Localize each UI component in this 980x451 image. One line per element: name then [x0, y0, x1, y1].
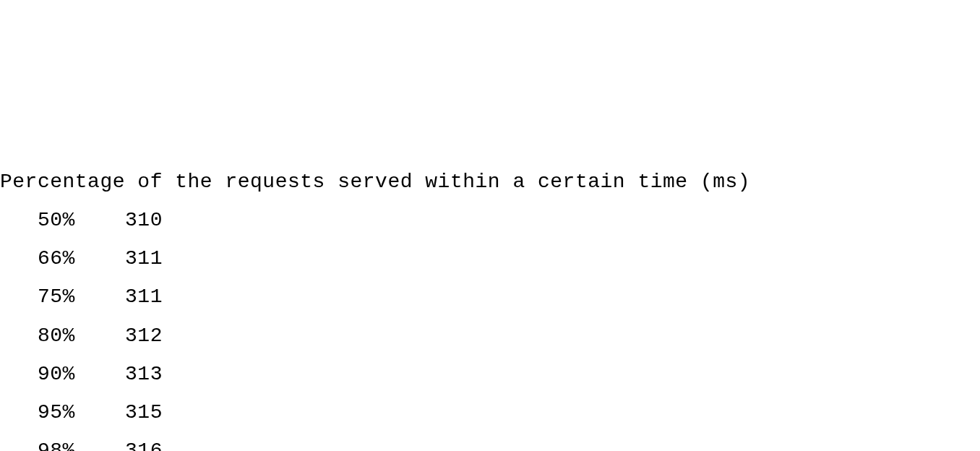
- header-line: Percentage of the requests served within…: [0, 163, 980, 201]
- terminal-output: Percentage of the requests served within…: [0, 163, 980, 451]
- percentile-row: 98% 316: [0, 431, 980, 451]
- percentile-row: 75% 311: [0, 278, 980, 316]
- percentile-row: 80% 312: [0, 317, 980, 355]
- percentile-row: 50% 310: [0, 201, 980, 239]
- percentile-row: 66% 311: [0, 239, 980, 278]
- percentile-row: 90% 313: [0, 355, 980, 393]
- percentile-row: 95% 315: [0, 393, 980, 431]
